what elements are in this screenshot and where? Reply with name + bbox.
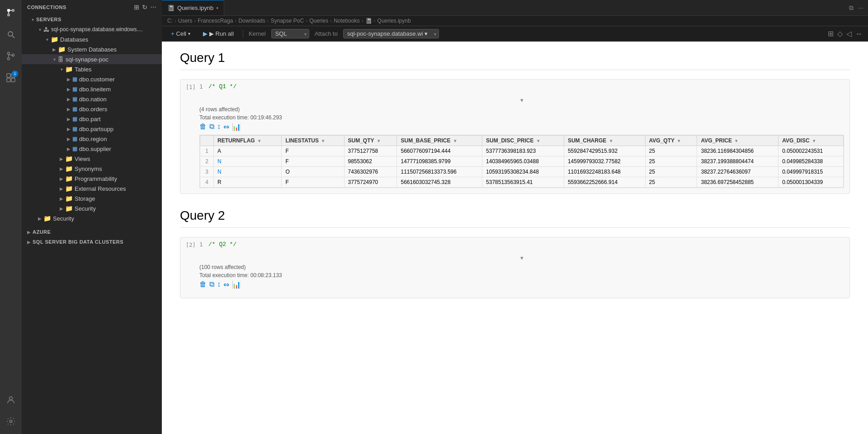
- search-activity-icon[interactable]: [2, 25, 20, 43]
- refresh-connections-icon[interactable]: ↻: [142, 4, 148, 11]
- rows-affected-1: (4 rows affected): [199, 106, 844, 113]
- cell-2-output: ▾ (100 rows affected) Total execution ti…: [180, 252, 849, 298]
- attach-label: Attach to: [315, 30, 338, 37]
- col-returnflag[interactable]: RETURNFLAG ▾: [214, 136, 282, 146]
- table-cell[interactable]: N: [214, 167, 282, 177]
- sql-bigdata-section[interactable]: ▶ SQL SERVER BIG DATA CLUSTERS: [22, 237, 162, 247]
- svg-rect-0: [7, 9, 10, 12]
- new-connection-icon[interactable]: ⊞: [134, 4, 140, 11]
- source-control-activity-icon[interactable]: [2, 47, 20, 65]
- table-cell: 38237.199388804474: [697, 156, 778, 167]
- col-linestatus[interactable]: LINESTATUS ▾: [282, 136, 344, 146]
- extensions-activity-icon[interactable]: 1: [2, 69, 20, 87]
- cell-2-comment: /* Q2 */: [208, 241, 236, 248]
- storage-item[interactable]: ▶ 📁 Storage: [22, 193, 162, 203]
- security-inner-item[interactable]: ▶ 📁 Security: [22, 203, 162, 213]
- tab-actions: ⧉ ···: [848, 0, 868, 15]
- col-sum-disc-price[interactable]: SUM_DISC_PRICE ▾: [482, 136, 564, 146]
- svg-point-7: [8, 52, 10, 55]
- table-region[interactable]: ▶ ▦ dbo.region: [22, 134, 162, 144]
- breadcrumb-queries-folder[interactable]: Queries: [309, 18, 328, 24]
- settings-activity-icon[interactable]: [2, 412, 20, 430]
- add-cell-button[interactable]: + Cell ▾: [167, 29, 194, 38]
- security-top-item[interactable]: ▶ 📁 Security: [22, 213, 162, 223]
- wrap-result-2-icon[interactable]: ↕: [217, 280, 221, 289]
- table-supplier[interactable]: ▶ ▦ dbo.supplier: [22, 144, 162, 154]
- table-lineitem[interactable]: ▶ ▦ dbo.lineitem: [22, 84, 162, 94]
- expand-toolbar-icon[interactable]: ↔: [855, 30, 863, 38]
- query-1-title: Query 1: [180, 51, 850, 70]
- server-item[interactable]: ▾ 🖧 sql-poc-synapse.database.windows....: [22, 24, 162, 34]
- table-cell: 3: [200, 167, 214, 177]
- programmability-item[interactable]: ▶ 📁 Programmability: [22, 174, 162, 184]
- output-toggle-2[interactable]: ▾: [199, 252, 844, 264]
- breadcrumb-users[interactable]: Users: [178, 18, 192, 24]
- table-cell: 147771098385.9799: [397, 156, 482, 167]
- table-row: 4RF37757249705661603032745.3285378513563…: [200, 177, 844, 188]
- views-item[interactable]: ▶ 📁 Views: [22, 154, 162, 164]
- kernel-select[interactable]: SQL Python PySpark: [271, 29, 309, 38]
- servers-section[interactable]: ▾ SERVERS: [22, 14, 162, 24]
- more-tab-actions-icon[interactable]: ···: [857, 3, 864, 12]
- connections-icon[interactable]: [2, 4, 20, 22]
- cell-1-code[interactable]: /* Q1 */: [208, 83, 236, 90]
- table-orders[interactable]: ▶ ▦ dbo.orders: [22, 104, 162, 114]
- table-cell: 145999793032.77582: [564, 156, 645, 167]
- synonyms-item[interactable]: ▶ 📁 Synonyms: [22, 164, 162, 174]
- table-cell: 0.049985284338: [778, 156, 844, 167]
- col-sum-base-price[interactable]: SUM_BASE_PRICE ▾: [397, 136, 482, 146]
- delete-result-2-icon[interactable]: 🗑: [199, 280, 207, 289]
- chart-result-icon[interactable]: 📊: [232, 123, 241, 131]
- azure-section[interactable]: ▶ AZURE: [22, 227, 162, 237]
- filter-icon[interactable]: ⊞: [828, 29, 834, 38]
- col-avg-price[interactable]: AVG_PRICE ▾: [697, 136, 778, 146]
- table-cell: 4: [200, 177, 214, 188]
- table-customer[interactable]: ▶ ▦ dbo.customer: [22, 74, 162, 84]
- breadcrumb-synapse[interactable]: Synapse PoC: [271, 18, 304, 24]
- table-nation[interactable]: ▶ ▦ dbo.nation: [22, 94, 162, 104]
- result-table-1-wrap: RETURNFLAG ▾ LINESTATUS ▾ SUM_QTY ▾ SUM_…: [199, 135, 844, 188]
- table-part[interactable]: ▶ ▦ dbo.part: [22, 114, 162, 124]
- variable-icon[interactable]: ◇: [837, 29, 843, 38]
- expand-result-2-icon[interactable]: ⇔: [223, 280, 229, 289]
- col-avg-disc[interactable]: AVG_DISC ▾: [778, 136, 844, 146]
- kernel-select-wrap: SQL Python PySpark: [271, 29, 309, 38]
- wrap-result-icon[interactable]: ↕: [217, 123, 221, 131]
- table-cell: 3775724970: [344, 177, 397, 188]
- split-editor-icon[interactable]: ⧉: [848, 3, 854, 13]
- breadcrumb-francescraga[interactable]: FrancescRaga: [198, 18, 233, 24]
- delete-result-icon[interactable]: 🗑: [199, 123, 207, 131]
- system-databases-item[interactable]: ▶ 📁 System Databases: [22, 44, 162, 54]
- cell-2-code[interactable]: /* Q2 */: [208, 241, 236, 248]
- tab-bar: 📓 Queries.ipynb ● ⧉ ···: [162, 0, 868, 16]
- databases-item[interactable]: ▾ 📁 Databases: [22, 34, 162, 44]
- copy-result-2-icon[interactable]: ⧉: [209, 280, 214, 289]
- account-activity-icon[interactable]: [2, 391, 20, 409]
- breadcrumb-downloads[interactable]: Downloads: [238, 18, 265, 24]
- col-sum-qty[interactable]: SUM_QTY ▾: [344, 136, 397, 146]
- outline-icon[interactable]: ◁: [846, 29, 852, 38]
- svg-rect-2: [7, 14, 10, 16]
- run-all-button[interactable]: ▶ ▶ Run all: [199, 29, 237, 38]
- external-resources-item[interactable]: ▶ 📁 External Resources: [22, 184, 162, 193]
- expand-result-icon[interactable]: ⇔: [223, 123, 229, 131]
- more-actions-icon[interactable]: ···: [151, 4, 156, 11]
- table-partsupp[interactable]: ▶ ▦ dbo.partsupp: [22, 124, 162, 134]
- attach-select[interactable]: sql-poc-synapse.database.wi ▾: [343, 29, 439, 38]
- breadcrumb-notebooks[interactable]: Notebooks: [334, 18, 359, 24]
- chart-result-2-icon[interactable]: 📊: [232, 280, 241, 289]
- tab-queries-ipynb[interactable]: 📓 Queries.ipynb ●: [162, 0, 224, 15]
- output-toggle-1[interactable]: ▾: [199, 94, 844, 106]
- breadcrumb-c[interactable]: C:: [167, 18, 173, 24]
- breadcrumb-filename[interactable]: Queries.ipynb: [377, 18, 411, 24]
- copy-result-icon[interactable]: ⧉: [209, 123, 214, 131]
- cell-2-header: [2] 1 /* Q2 */: [180, 237, 849, 252]
- svg-point-15: [10, 420, 12, 423]
- attach-select-wrap: sql-poc-synapse.database.wi ▾: [343, 29, 439, 38]
- col-sum-charge[interactable]: SUM_CHARGE ▾: [564, 136, 645, 146]
- table-cell[interactable]: N: [214, 156, 282, 167]
- tables-item[interactable]: ▾ 📁 Tables: [22, 64, 162, 74]
- col-avg-qty[interactable]: AVG_QTY ▾: [645, 136, 697, 146]
- rows-affected-2: (100 rows affected): [199, 264, 844, 270]
- sql-synapse-poc-item[interactable]: ▾ 🗄 sql-synapse-poc: [22, 54, 162, 64]
